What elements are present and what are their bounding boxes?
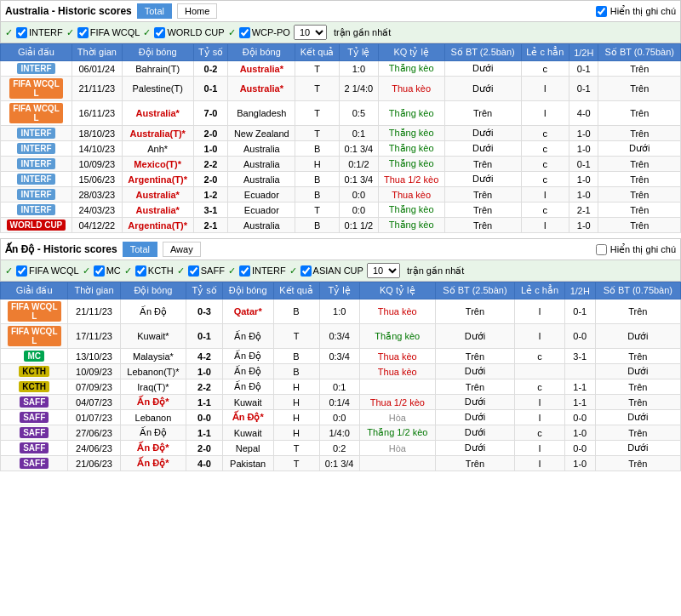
half-cell: 0-1	[569, 77, 598, 101]
table-row: FIFA WCQLL 16/11/23 Australia* 7-0 Bangl…	[1, 101, 681, 126]
india-header: Ấn Độ - Historic scores Total Away Hiển …	[0, 238, 681, 260]
india-filter-asiancup[interactable]: ASIAN CUP	[300, 265, 363, 277]
score-cell: 3-1	[193, 202, 228, 218]
col-ty-le-i: Tỷ lệ	[319, 282, 359, 299]
sobt25-cell: Dưới	[444, 141, 521, 157]
india-filter-fifawcql[interactable]: FIFA WCQL	[16, 265, 79, 277]
tyle-cell: 0:0	[340, 187, 378, 202]
col-half: 1/2H	[569, 44, 598, 61]
score-cell: 2-2	[193, 157, 228, 172]
india-tab-total[interactable]: Total	[123, 242, 157, 257]
kq-cell: T	[295, 101, 340, 126]
lec-cell: I	[521, 218, 569, 233]
kq-cell: B	[295, 172, 340, 187]
score-cell: 2-1	[193, 218, 228, 233]
date-cell: 21/11/23	[68, 299, 120, 324]
half-cell: 0-1	[569, 157, 598, 172]
team2-cell: Ecuador	[228, 202, 295, 218]
date-cell: 04/12/22	[72, 218, 122, 233]
league-cell: INTERF	[1, 172, 72, 187]
sobt075-cell: Trên	[595, 299, 680, 324]
table-row: INTERF 06/01/24 Bahrain(T) 0-2 Australia…	[1, 61, 681, 77]
india-filter-mc[interactable]: MC	[94, 265, 121, 277]
australia-filter-wcppo[interactable]: WCP-PO	[239, 27, 290, 38]
india-tab-away[interactable]: Away	[163, 242, 201, 257]
half-cell: 1-0	[564, 425, 595, 441]
check-icon4: ✓	[228, 27, 236, 38]
lec-cell: I	[515, 324, 565, 349]
sobt075-cell: Trên	[595, 456, 680, 471]
kq-cell: T	[295, 61, 340, 77]
team1-cell: Ấn Độ*	[120, 441, 186, 456]
half-cell: 0-0	[564, 324, 595, 349]
table-row: INTERF 24/03/23 Australia* 3-1 Ecuador T…	[1, 202, 681, 218]
kq-tyle-cell: Thua kèo	[359, 299, 435, 324]
team2-cell: Australia	[228, 141, 295, 157]
team1-cell: Palestine(T)	[122, 77, 193, 101]
sobt25-cell: Dưới	[444, 61, 521, 77]
kq-tyle-cell: Thắng kèo	[359, 324, 435, 349]
table-row: FIFA WCQLL 17/11/23 Kuwait* 0-1 Ấn Độ T …	[1, 324, 681, 349]
league-cell: INTERF	[1, 202, 72, 218]
sobt075-cell: Trên	[595, 425, 680, 441]
half-cell: 1-1	[564, 395, 595, 410]
australia-table: Giải đấu Thời gian Đội bóng Tỷ số Đội bó…	[0, 43, 681, 233]
lec-cell: c	[521, 172, 569, 187]
lec-cell: c	[515, 425, 565, 441]
tyle-cell: 0:1 1/2	[340, 218, 378, 233]
kq-tyle-cell: Thắng kèo	[378, 218, 444, 233]
kq-cell: B	[295, 141, 340, 157]
team2-cell: Ấn Độ	[222, 324, 273, 349]
kq-cell: H	[273, 395, 319, 410]
table-row: SAFF 24/06/23 Ấn Độ* 2-0 Nepal T 0:2 Hòa…	[1, 441, 681, 456]
india-filter-saff[interactable]: SAFF	[188, 265, 225, 277]
australia-filter-interf[interactable]: INTERF	[16, 27, 63, 38]
australia-filter-fifawcql[interactable]: FIFA WCQL	[77, 27, 140, 38]
league-cell: SAFF	[1, 441, 68, 456]
lec-cell: I	[515, 395, 565, 410]
india-filter-kcth[interactable]: KCTH	[135, 265, 174, 277]
australia-notes-checkbox[interactable]	[596, 6, 607, 17]
sobt075-cell: Trên	[598, 61, 681, 77]
australia-show-notes: Hiển thị ghi chú	[596, 6, 676, 17]
australia-count-select[interactable]: 102030	[294, 25, 327, 40]
team1-cell: Lebanon	[120, 410, 186, 425]
lec-cell: c	[521, 141, 569, 157]
date-cell: 07/09/23	[68, 379, 120, 395]
india-count-select[interactable]: 102030	[367, 263, 400, 278]
australia-tab-total[interactable]: Total	[137, 3, 172, 19]
col-doi-bong1: Đội bóng	[122, 44, 193, 61]
score-cell: 0-0	[186, 410, 222, 425]
india-section: Ấn Độ - Historic scores Total Away Hiển …	[0, 238, 681, 471]
league-cell: SAFF	[1, 425, 68, 441]
sobt075-cell: Dưới	[595, 441, 680, 456]
india-table: Giải đấu Thời gian Đội bóng Tỷ số Đội bó…	[0, 282, 681, 471]
india-notes-checkbox[interactable]	[596, 244, 607, 255]
india-filter-interf[interactable]: INTERF	[239, 265, 286, 277]
team2-cell: Kuwait	[222, 425, 273, 441]
sobt075-cell: Trên	[598, 187, 681, 202]
table-row: WORLD CUP 04/12/22 Argentina(T)* 2-1 Aus…	[1, 218, 681, 233]
sobt25-cell: Dưới	[444, 126, 521, 141]
league-cell: INTERF	[1, 141, 72, 157]
australia-tab-home[interactable]: Home	[177, 3, 217, 19]
table-row: KCTH 10/09/23 Lebanon(T)* 1-0 Ấn Độ B Th…	[1, 364, 681, 379]
half-cell: 1-0	[569, 126, 598, 141]
score-cell: 1-0	[186, 364, 222, 379]
team1-cell: Ấn Độ	[120, 299, 186, 324]
kq-cell: T	[295, 126, 340, 141]
team2-cell: Ấn Độ*	[222, 410, 273, 425]
tyle-cell: 0:0	[340, 202, 378, 218]
tyle-cell: 0:3/4	[319, 349, 359, 364]
australia-filter-worldcup[interactable]: WORLD CUP	[154, 27, 224, 38]
kq-cell: B	[273, 349, 319, 364]
half-cell: 0-0	[564, 410, 595, 425]
date-cell: 10/09/23	[72, 157, 122, 172]
sobt25-cell: Trên	[435, 349, 514, 364]
team1-cell: Bahrain(T)	[122, 61, 193, 77]
col-doi-bong2: Đội bóng	[228, 44, 295, 61]
team1-cell: Ấn Độ*	[120, 456, 186, 471]
team2-cell: Qatar*	[222, 299, 273, 324]
table-row: SAFF 04/07/23 Ấn Độ* 1-1 Kuwait H 0:1/4 …	[1, 395, 681, 410]
australia-tran-label: trận gần nhất	[334, 27, 391, 38]
